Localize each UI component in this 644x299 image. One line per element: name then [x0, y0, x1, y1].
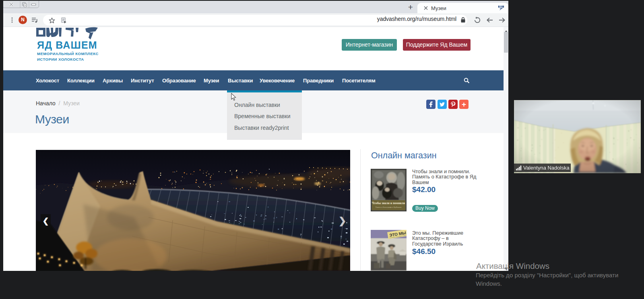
svg-text:Чтобы знали и помнили: Чтобы знали и помнили [372, 201, 405, 205]
svg-text:Память о Катастрофе в Яд Вашем: Память о Катастрофе в Яд Вашем [376, 206, 402, 208]
